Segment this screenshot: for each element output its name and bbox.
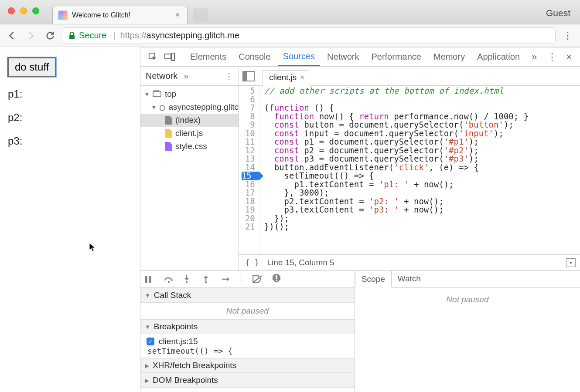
debugger-right: Scope Watch Not paused — [355, 270, 580, 392]
file-tab-client-js[interactable]: client.js × — [263, 70, 309, 86]
maximize-window-icon[interactable] — [32, 7, 39, 14]
do-stuff-button[interactable]: do stuff — [8, 57, 56, 77]
forward-button[interactable] — [24, 29, 38, 42]
cursor-position: Line 15, Column 5 — [267, 258, 334, 267]
css-file-icon — [165, 142, 172, 151]
reload-button[interactable] — [44, 29, 57, 42]
breakpoints-header[interactable]: ▼ Breakpoints — [140, 319, 355, 334]
cursor-icon — [89, 243, 96, 252]
dom-breakpoints-header[interactable]: ▶ DOM Breakpoints — [140, 373, 355, 388]
pretty-print-icon[interactable]: { } — [245, 258, 259, 267]
file-tab-label: client.js — [269, 73, 297, 82]
secure-label: Secure — [79, 30, 106, 41]
pause-icon[interactable] — [145, 275, 154, 283]
chevron-down-icon: ▼ — [145, 324, 150, 330]
separator — [242, 274, 242, 284]
tab-network[interactable]: Network — [322, 48, 364, 65]
file-label: style.css — [175, 142, 207, 151]
devtools-menu-icon[interactable]: ⋮ — [545, 51, 560, 64]
chevron-right-icon: ▶ — [145, 362, 149, 369]
tab-elements[interactable]: Elements — [185, 48, 232, 65]
close-window-icon[interactable] — [8, 7, 15, 14]
tab-performance[interactable]: Performance — [366, 48, 426, 65]
breakpoint-code: setTimeout(() => { — [147, 346, 348, 355]
close-tab-icon[interactable]: × — [173, 10, 182, 20]
inspect-element-icon[interactable] — [146, 51, 160, 64]
tab-title: Welcome to Glitch! — [72, 11, 130, 19]
tab-sources[interactable]: Sources — [278, 48, 320, 66]
document-icon — [165, 116, 172, 125]
device-toolbar-icon[interactable] — [162, 51, 177, 64]
file-tree: ▼ top ▼ asyncstepping.glitc (index) — [140, 86, 239, 270]
pause-on-exceptions-icon[interactable] — [272, 274, 281, 284]
close-file-tab-icon[interactable]: × — [300, 73, 304, 82]
minimize-window-icon[interactable] — [20, 7, 27, 14]
browser-toolbar: Secure | https://asyncstepping.glitch.me… — [0, 24, 580, 47]
sources-navigator: Network » ⋮ ▼ top ▼ asyncstepping.glitc — [140, 67, 239, 270]
back-button[interactable] — [5, 29, 18, 42]
more-nav-tabs-icon[interactable]: » — [184, 71, 188, 81]
chevron-right-icon: ▶ — [145, 377, 149, 384]
breakpoint-row[interactable]: ✓ client.js:15 — [147, 337, 348, 346]
tree-file-index[interactable]: (index) — [140, 114, 239, 127]
tree-file-style-css[interactable]: style.css — [140, 140, 239, 153]
step-into-icon[interactable] — [183, 275, 193, 284]
callstack-header[interactable]: ▼ Call Stack — [140, 288, 355, 303]
editor-tabs: client.js × — [239, 67, 580, 86]
step-over-icon[interactable] — [164, 275, 174, 283]
address-bar[interactable]: Secure | https://asyncstepping.glitch.me — [63, 27, 556, 44]
separator: | — [113, 30, 116, 41]
tab-application[interactable]: Application — [472, 48, 525, 65]
step-icon[interactable] — [222, 276, 231, 282]
svg-rect-4 — [145, 276, 147, 283]
code-text[interactable]: // add other scripts at the bottom of in… — [260, 86, 529, 254]
step-out-icon[interactable] — [202, 275, 212, 284]
glitch-favicon-icon — [58, 10, 68, 20]
cloud-icon — [160, 105, 165, 111]
tree-top[interactable]: ▼ top — [140, 88, 239, 101]
breakpoint-file: client.js:15 — [159, 337, 198, 346]
code-area[interactable]: 56789101112131415161718192021 // add oth… — [239, 86, 580, 254]
profile-guest-label[interactable]: Guest — [546, 8, 570, 18]
rendered-page: do stuff p1: p2: p3: — [0, 47, 140, 392]
traffic-lights — [8, 7, 39, 14]
chrome-menu-button[interactable]: ⋮ — [562, 29, 575, 42]
tab-console[interactable]: Console — [233, 48, 276, 65]
navigator-tabs: Network » ⋮ — [140, 67, 239, 86]
url-host: asyncstepping.glitch.me — [147, 30, 239, 41]
navigator-tab-network[interactable]: Network — [146, 71, 177, 81]
editor-status-bar: { } Line 15, Column 5 ▾ — [239, 254, 580, 270]
tree-origin[interactable]: ▼ asyncstepping.glitc — [140, 101, 239, 114]
svg-point-7 — [186, 281, 188, 283]
breakpoints-label: Breakpoints — [154, 322, 198, 331]
checkbox-checked-icon[interactable]: ✓ — [147, 338, 154, 345]
breakpoints-list: ✓ client.js:15 setTimeout(() => { — [140, 334, 355, 358]
svg-rect-0 — [69, 35, 75, 39]
chevron-down-icon: ▼ — [145, 292, 150, 299]
more-tabs-icon[interactable]: » — [527, 51, 542, 64]
xhr-breakpoints-header[interactable]: ▶ XHR/fetch Breakpoints — [140, 358, 355, 373]
lock-icon — [68, 32, 75, 40]
window-titlebar: Welcome to Glitch! × Guest — [0, 0, 580, 24]
file-label: (index) — [175, 115, 201, 125]
svg-point-8 — [205, 281, 207, 283]
scope-not-paused: Not paused — [355, 291, 580, 308]
folder-icon — [153, 91, 161, 97]
collapse-icon[interactable]: ▾ — [566, 258, 576, 267]
new-tab-button[interactable] — [193, 8, 208, 21]
tab-scope[interactable]: Scope — [355, 271, 392, 288]
browser-tab-active[interactable]: Welcome to Glitch! × — [52, 6, 188, 24]
chevron-down-icon: ▼ — [144, 91, 149, 98]
tree-file-client-js[interactable]: client.js — [140, 127, 239, 140]
line-gutter[interactable]: 56789101112131415161718192021 — [239, 86, 260, 254]
tab-watch[interactable]: Watch — [392, 270, 427, 287]
file-label: client.js — [175, 128, 203, 138]
toggle-navigator-icon[interactable] — [242, 71, 255, 81]
deactivate-breakpoints-icon[interactable] — [252, 275, 262, 283]
navigator-menu-icon[interactable]: ⋮ — [225, 71, 233, 81]
xhr-breakpoints-label: XHR/fetch Breakpoints — [153, 361, 236, 370]
devtools-close-icon[interactable]: × — [562, 51, 577, 64]
tab-memory[interactable]: Memory — [428, 48, 470, 65]
js-file-icon — [165, 129, 172, 138]
callstack-not-paused: Not paused — [140, 303, 355, 319]
